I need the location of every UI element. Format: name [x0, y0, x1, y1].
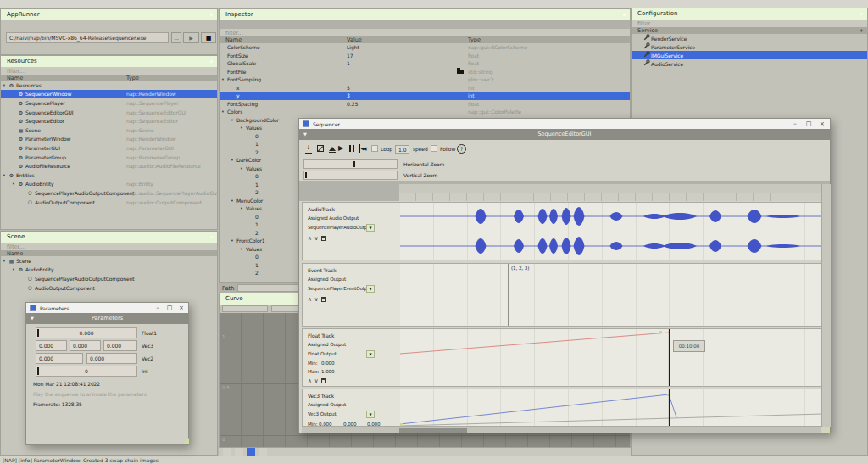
close-button[interactable]: ×	[815, 119, 829, 129]
move-up-icon[interactable]: ∧	[308, 296, 312, 303]
audio-track-content[interactable]	[400, 203, 822, 260]
property-row[interactable]: ▾ ColorScheme Light nap::gui::EColorSche…	[220, 43, 630, 52]
horizontal-zoom-slider[interactable]	[303, 159, 398, 169]
delete-track-icon[interactable]	[321, 236, 326, 241]
scene-column-header[interactable]: Name	[1, 250, 217, 256]
scene-tree-row[interactable]: ▾ AudioOutputComponent	[1, 283, 217, 293]
vec2-y-input[interactable]: 0.000	[86, 353, 137, 364]
parameters-titlebar[interactable]: Parameters – □ ×	[26, 303, 188, 313]
float1-slider[interactable]: 0.000	[36, 327, 137, 338]
expander-icon[interactable]: ▾	[1, 173, 8, 177]
expander-icon[interactable]: ▾	[238, 126, 245, 130]
close-button[interactable]: ×	[175, 303, 187, 313]
collapse-icon[interactable]: ▼	[303, 129, 307, 140]
horizontal-scrollbar[interactable]	[302, 427, 821, 433]
property-value[interactable]: Light	[347, 44, 359, 50]
resource-tree-row[interactable]: ▾ AudioFileResource nap::audio::AudioFil…	[1, 161, 217, 171]
play-button[interactable]: ▶	[338, 143, 343, 152]
vertical-zoom-slider[interactable]	[303, 171, 398, 180]
vec3-x-input[interactable]: 0.000	[36, 340, 67, 351]
parameters-collapsible-header[interactable]: ▼ Parameters	[26, 313, 188, 324]
resource-tree-row[interactable]: ▾ SequencePlayerAudioOutputComponent nap…	[1, 188, 217, 198]
property-row[interactable]: ▾ FontSampling glm::ivec2	[220, 75, 630, 84]
property-row[interactable]: ▾ Colors nap::gui::ColorPalette	[220, 108, 630, 116]
rewind-button[interactable]: ◀◀	[359, 144, 365, 153]
delete-track-icon[interactable]	[321, 378, 326, 383]
expander-icon[interactable]: ▾	[1, 83, 8, 87]
expander-icon[interactable]: ▾	[238, 166, 245, 171]
slider-grip[interactable]	[305, 172, 307, 178]
inspector-filter-input[interactable]: filter...	[220, 29, 630, 36]
expander-icon[interactable]: ▾	[229, 158, 236, 162]
output-dropdown[interactable]: ▼	[366, 224, 375, 232]
scene-tree-row[interactable]: ▾ Scene	[1, 256, 217, 266]
resources-filter-input[interactable]: filter...	[1, 67, 217, 75]
save-icon[interactable]: ↓	[305, 143, 312, 154]
vertical-scrollbar[interactable]	[821, 184, 831, 427]
service-row[interactable]: ParameterService	[632, 42, 867, 51]
event-value-label[interactable]: (1, 2, 3)	[511, 266, 529, 271]
property-row[interactable]: ▾ FontSize 17 float	[220, 52, 630, 60]
move-up-icon[interactable]: ∧	[308, 235, 312, 242]
scene-tree-row[interactable]: ▾ SequencePlayerAudioOutputComponent	[1, 274, 217, 283]
resource-tree-row[interactable]: ▾ SequenceEditorGUI nap::SequenceEditorG…	[1, 108, 217, 117]
service-row[interactable]: RenderService	[632, 34, 867, 42]
scrollbar-handle[interactable]	[399, 428, 467, 433]
help-icon[interactable]: ?	[457, 144, 466, 154]
resource-tree-row[interactable]: ▾ SequenceEditor nap::SequenceEditor	[1, 116, 217, 126]
resize-grip[interactable]	[823, 427, 830, 433]
resource-tree-row[interactable]: ▾ SequencePlayer nap::SequencePlayer	[1, 98, 217, 108]
vec3-y-input[interactable]: 0.000	[70, 340, 101, 351]
delete-track-icon[interactable]	[321, 297, 326, 302]
expander-icon[interactable]: ▾	[1, 259, 8, 263]
move-down-icon[interactable]: ∨	[314, 235, 319, 242]
expander-icon[interactable]: ▾	[238, 206, 245, 210]
service-column-header[interactable]: Service +	[632, 27, 867, 34]
maximize-button[interactable]: □	[164, 303, 175, 313]
resource-tree-row[interactable]: ▾ AudioEntity nap::Entity	[1, 180, 217, 189]
expander-icon[interactable]: ▾	[220, 109, 226, 114]
exe-path-input[interactable]: C:/naivi/nap/bin/MSVC-x86_64-Release/seq…	[6, 32, 169, 43]
sequencer-titlebar[interactable]: Sequencer – □ ×	[299, 119, 830, 129]
expander-icon[interactable]: ▾	[10, 182, 17, 186]
property-value[interactable]: 3	[347, 92, 350, 98]
max-value[interactable]: 1.000	[321, 369, 335, 374]
int-slider[interactable]: 0	[36, 366, 137, 377]
sequencer-window[interactable]: Sequencer – □ × ▼ SequenceEditorGUI ↓ ▶ …	[298, 118, 831, 433]
slider-grip[interactable]	[37, 367, 39, 375]
resource-tree-row[interactable]: ▾ Resources	[1, 81, 217, 90]
resource-tree-row[interactable]: ▾ Scene nap::Scene	[1, 126, 217, 135]
scene-filter-input[interactable]: filter...	[1, 243, 217, 250]
edit-icon[interactable]	[317, 144, 324, 153]
load-icon[interactable]	[329, 144, 336, 153]
resource-tree-row[interactable]: ▾ AudioOutputComponent nap::audio::Outpu…	[1, 198, 217, 207]
configuration-filter-input[interactable]: filter...	[632, 20, 867, 27]
slider-grip[interactable]	[37, 329, 39, 337]
output-dropdown[interactable]: ▼	[366, 350, 375, 358]
property-value[interactable]: 1	[347, 60, 350, 66]
expander-icon[interactable]: ▾	[229, 118, 236, 122]
curve-input-1[interactable]	[222, 305, 268, 312]
bottom-tab[interactable]	[247, 448, 255, 456]
slider-grip[interactable]	[353, 161, 355, 167]
property-row[interactable]: ▾ x 5 int	[220, 84, 630, 92]
minimize-button[interactable]: –	[788, 119, 802, 129]
vec2-x-input[interactable]: 0.000	[36, 353, 83, 364]
resource-tree-row[interactable]: ▾ Entities	[1, 171, 217, 180]
property-value[interactable]: 5	[347, 85, 350, 91]
service-row[interactable]: AudioService	[632, 59, 867, 68]
vec3-z-input[interactable]: 0.000	[103, 340, 137, 351]
pause-button[interactable]	[349, 144, 354, 153]
expander-icon[interactable]: ▾	[10, 267, 17, 271]
run-app-button[interactable]: ▶	[183, 32, 199, 43]
expander-icon[interactable]: ▾	[238, 247, 245, 251]
inspector-column-header[interactable]: Name Value Type	[220, 36, 630, 43]
min-value[interactable]: 0.000	[321, 361, 335, 366]
scene-tree-row[interactable]: ▾ AudioEntity	[1, 266, 217, 275]
service-row[interactable]: IMGuiService	[632, 51, 867, 59]
folder-icon[interactable]	[457, 70, 464, 74]
vec3-track-content[interactable]	[400, 389, 822, 426]
bottom-tab[interactable]	[223, 448, 231, 456]
speed-input[interactable]: 1.0	[395, 145, 409, 154]
output-dropdown[interactable]: ▼	[366, 285, 375, 293]
